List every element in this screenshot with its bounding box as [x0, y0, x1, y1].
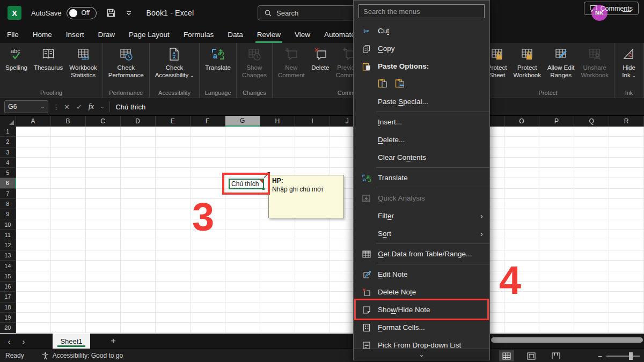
ribbon-button-translate[interactable]: aあTranslate	[202, 43, 234, 71]
cell-h16[interactable]	[260, 282, 295, 292]
cell-d20[interactable]	[121, 323, 156, 333]
cell-a10[interactable]	[16, 219, 51, 230]
tab-insert[interactable]: Insert	[59, 26, 91, 43]
cell-h1[interactable]	[260, 127, 295, 137]
quick-access-dropdown-icon[interactable]	[126, 10, 132, 16]
cell-q1[interactable]	[574, 127, 609, 137]
cell-d11[interactable]	[121, 230, 156, 240]
cell-q19[interactable]	[574, 313, 609, 323]
cell-b1[interactable]	[51, 127, 86, 137]
cell-q6[interactable]	[574, 178, 609, 188]
cell-c7[interactable]	[86, 189, 121, 199]
cell-o1[interactable]	[504, 127, 539, 137]
drag-dots-icon[interactable]: ⋮	[53, 103, 60, 111]
cell-f19[interactable]	[191, 313, 225, 323]
cell-c4[interactable]	[86, 158, 121, 168]
cell-a20[interactable]	[16, 323, 51, 333]
cell-o8[interactable]	[504, 199, 539, 209]
column-header-p[interactable]: P	[539, 116, 574, 127]
row-header-11[interactable]: 11	[0, 230, 16, 240]
tab-file[interactable]: File	[0, 26, 26, 43]
autosave-toggle[interactable]: Off	[67, 7, 97, 19]
cell-i15[interactable]	[295, 271, 330, 282]
cell-p18[interactable]	[539, 302, 574, 313]
cell-q17[interactable]	[574, 292, 609, 302]
cell-r9[interactable]	[609, 209, 644, 219]
cell-note-popup[interactable]: HP: Nhập ghi chú mới	[268, 175, 344, 218]
cell-c2[interactable]	[86, 137, 121, 147]
row-header-2[interactable]: 2	[0, 137, 16, 147]
menu-search-input[interactable]	[358, 4, 485, 18]
cell-g17[interactable]	[225, 292, 260, 302]
ribbon-button-spelling[interactable]: abcSpelling	[2, 43, 31, 71]
row-header-12[interactable]: 12	[0, 240, 16, 250]
cell-p19[interactable]	[539, 313, 574, 323]
cell-b13[interactable]	[51, 250, 86, 261]
cell-b6[interactable]	[51, 178, 86, 188]
cell-h11[interactable]	[260, 230, 295, 240]
cell-c13[interactable]	[86, 250, 121, 261]
cell-h3[interactable]	[260, 147, 295, 158]
column-header-f[interactable]: F	[191, 116, 225, 127]
row-header-3[interactable]: 3	[0, 147, 16, 158]
cell-c8[interactable]	[86, 199, 121, 209]
cell-r13[interactable]	[609, 250, 644, 261]
cell-r7[interactable]	[609, 189, 644, 199]
menu-item-clear-contents[interactable]: Clear Contents	[354, 149, 489, 166]
cell-q4[interactable]	[574, 158, 609, 168]
menu-item-copy[interactable]: Copy	[354, 40, 489, 57]
cell-p13[interactable]	[539, 250, 574, 261]
cell-p16[interactable]	[539, 282, 574, 292]
cell-a18[interactable]	[16, 302, 51, 313]
cell-e12[interactable]	[156, 240, 191, 250]
row-header-16[interactable]: 16	[0, 282, 16, 292]
cell-e20[interactable]	[156, 323, 191, 333]
cell-e5[interactable]	[156, 168, 191, 178]
select-all-corner[interactable]	[0, 116, 16, 127]
cell-h13[interactable]	[260, 250, 295, 261]
cell-g4[interactable]	[225, 158, 260, 168]
cell-e16[interactable]	[156, 282, 191, 292]
cell-a15[interactable]	[16, 271, 51, 282]
cell-g14[interactable]	[225, 261, 260, 271]
cell-c5[interactable]	[86, 168, 121, 178]
cell-c17[interactable]	[86, 292, 121, 302]
cell-q10[interactable]	[574, 219, 609, 230]
zoom-slider[interactable]	[606, 356, 640, 357]
paste-icon[interactable]	[378, 78, 387, 90]
cell-b10[interactable]	[51, 219, 86, 230]
cell-r20[interactable]	[609, 323, 644, 333]
cell-c14[interactable]	[86, 261, 121, 271]
cell-e15[interactable]	[156, 271, 191, 282]
cell-i19[interactable]	[295, 313, 330, 323]
cell-c1[interactable]	[86, 127, 121, 137]
cell-e11[interactable]	[156, 230, 191, 240]
cell-h20[interactable]	[260, 323, 295, 333]
tab-page-layout[interactable]: Page Layout	[122, 26, 177, 43]
cell-d8[interactable]	[121, 199, 156, 209]
cell-o12[interactable]	[504, 240, 539, 250]
row-header-14[interactable]: 14	[0, 261, 16, 271]
cell-h10[interactable]	[260, 219, 295, 230]
cell-c16[interactable]	[86, 282, 121, 292]
cell-i16[interactable]	[295, 282, 330, 292]
cell-f15[interactable]	[191, 271, 225, 282]
column-header-c[interactable]: C	[86, 116, 121, 127]
row-header-10[interactable]: 10	[0, 219, 16, 230]
cell-b2[interactable]	[51, 137, 86, 147]
cell-r4[interactable]	[609, 158, 644, 168]
cell-e18[interactable]	[156, 302, 191, 313]
cell-f14[interactable]	[191, 261, 225, 271]
cell-f18[interactable]	[191, 302, 225, 313]
cell-b19[interactable]	[51, 313, 86, 323]
cell-r17[interactable]	[609, 292, 644, 302]
cell-p4[interactable]	[539, 158, 574, 168]
cell-b11[interactable]	[51, 230, 86, 240]
cell-e17[interactable]	[156, 292, 191, 302]
page-layout-view-button[interactable]	[524, 350, 539, 361]
cell-f3[interactable]	[191, 147, 225, 158]
cell-r16[interactable]	[609, 282, 644, 292]
cell-o6[interactable]	[504, 178, 539, 188]
cell-o20[interactable]	[504, 323, 539, 333]
tab-formulas[interactable]: Formulas	[177, 26, 221, 43]
